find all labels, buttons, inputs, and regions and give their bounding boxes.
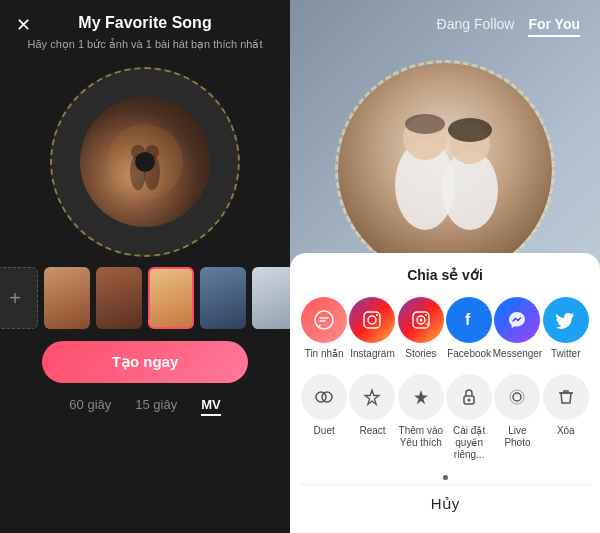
thumbnail-5[interactable] — [252, 267, 290, 329]
left-header: ✕ My Favorite Song — [0, 0, 290, 38]
svg-point-4 — [145, 145, 159, 159]
tab-dang-follow[interactable]: Đang Follow — [437, 16, 515, 37]
share-duet[interactable]: Duet — [301, 374, 347, 437]
right-vinyl-inner — [338, 63, 552, 277]
share-row-2: Duet React Thêm vào Yêu thích Cài đặt qu… — [300, 374, 590, 461]
right-vinyl-photo — [335, 60, 555, 280]
dot-1 — [443, 475, 448, 480]
left-title: My Favorite Song — [16, 14, 274, 32]
thumbnail-1[interactable] — [44, 267, 90, 329]
share-delete[interactable]: Xóa — [543, 374, 589, 437]
favorites-label: Thêm vào Yêu thích — [398, 425, 444, 449]
thumbnail-3[interactable] — [148, 267, 194, 329]
thumbnail-strip: + — [0, 267, 290, 329]
vinyl-inner-image — [80, 97, 210, 227]
svg-point-2 — [131, 145, 145, 159]
svg-point-11 — [315, 311, 333, 329]
svg-point-24 — [468, 399, 471, 402]
svg-point-22 — [322, 392, 332, 402]
right-header: Đang Follow For You — [290, 0, 600, 53]
svg-point-10 — [405, 114, 445, 134]
svg-point-9 — [448, 118, 492, 142]
duration-tabs: 60 giây 15 giây MV — [69, 397, 220, 416]
share-sheet: Chia sẻ với Tin nhắn Instagram + Stories — [290, 253, 600, 533]
share-favorites[interactable]: Thêm vào Yêu thích — [398, 374, 444, 449]
share-facebook[interactable]: f Facebook — [446, 297, 492, 360]
right-vinyl-outer — [335, 60, 555, 280]
right-panel: Đang Follow For You ♡ 0 — [290, 0, 600, 533]
svg-point-17 — [425, 314, 427, 316]
share-privacy[interactable]: Cài đặt quyền riêng... — [446, 374, 492, 461]
cancel-button[interactable]: Hủy — [300, 484, 590, 523]
tin-nhan-label: Tin nhắn — [305, 348, 344, 360]
privacy-icon — [446, 374, 492, 420]
delete-icon — [543, 374, 589, 420]
svg-point-25 — [513, 393, 521, 401]
nav-tabs: Đang Follow For You — [437, 16, 580, 37]
svg-text:+: + — [425, 320, 430, 329]
svg-point-26 — [510, 390, 524, 404]
instagram-icon — [349, 297, 395, 343]
svg-point-13 — [368, 316, 376, 324]
favorites-icon — [398, 374, 444, 420]
share-react[interactable]: React — [349, 374, 395, 437]
tin-nhan-icon — [301, 297, 347, 343]
twitter-icon — [543, 297, 589, 343]
duration-60[interactable]: 60 giây — [69, 397, 111, 416]
share-tin-nhan[interactable]: Tin nhắn — [301, 297, 347, 360]
tab-for-you[interactable]: For You — [528, 16, 580, 37]
thumbnail-2[interactable] — [96, 267, 142, 329]
svg-point-3 — [144, 154, 160, 190]
svg-point-14 — [376, 314, 378, 316]
duet-label: Duet — [314, 425, 335, 437]
add-photo-button[interactable]: + — [0, 267, 38, 329]
share-row-1: Tin nhắn Instagram + Stories f Facebook — [300, 297, 590, 360]
svg-point-18 — [419, 319, 422, 322]
share-stories[interactable]: + Stories — [398, 297, 444, 360]
messenger-icon — [494, 297, 540, 343]
close-button[interactable]: ✕ — [16, 14, 31, 36]
messenger-label: Messenger — [493, 348, 542, 360]
stories-label: Stories — [405, 348, 436, 360]
dot-indicator — [300, 475, 590, 480]
vinyl-display — [50, 67, 240, 257]
left-subtitle: Hãy chọn 1 bức ảnh và 1 bài hát bạn thíc… — [8, 38, 283, 51]
facebook-label: Facebook — [447, 348, 491, 360]
svg-text:f: f — [465, 311, 471, 328]
facebook-icon: f — [446, 297, 492, 343]
live-photo-label: Live Photo — [494, 425, 540, 449]
live-photo-icon — [494, 374, 540, 420]
instagram-label: Instagram — [350, 348, 394, 360]
vinyl-photo — [80, 97, 210, 227]
stories-icon: + — [398, 297, 444, 343]
duration-mv[interactable]: MV — [201, 397, 221, 416]
twitter-label: Twitter — [551, 348, 580, 360]
duet-icon — [301, 374, 347, 420]
svg-point-1 — [130, 154, 146, 190]
couple-silhouette-icon — [355, 100, 535, 240]
silhouette-icon — [105, 122, 185, 202]
share-instagram[interactable]: Instagram — [349, 297, 395, 360]
svg-point-0 — [107, 124, 183, 200]
react-icon — [349, 374, 395, 420]
left-panel: ✕ My Favorite Song Hãy chọn 1 bức ảnh và… — [0, 0, 290, 533]
react-label: React — [359, 425, 385, 437]
share-live-photo[interactable]: Live Photo — [494, 374, 540, 449]
thumbnail-4[interactable] — [200, 267, 246, 329]
delete-label: Xóa — [557, 425, 575, 437]
privacy-label: Cài đặt quyền riêng... — [446, 425, 492, 461]
create-button[interactable]: Tạo ngay — [42, 341, 249, 383]
share-messenger[interactable]: Messenger — [494, 297, 540, 360]
share-title: Chia sẻ với — [300, 267, 590, 283]
share-twitter[interactable]: Twitter — [543, 297, 589, 360]
duration-15[interactable]: 15 giây — [135, 397, 177, 416]
vinyl-outer-ring — [50, 67, 240, 257]
